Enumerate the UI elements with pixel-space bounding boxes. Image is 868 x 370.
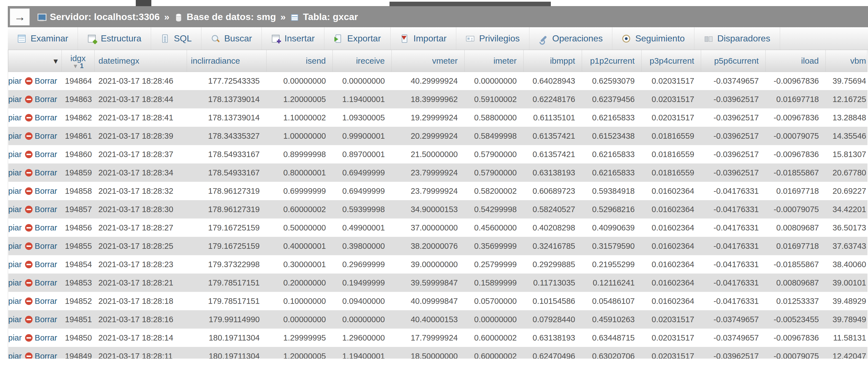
phpmyadmin-page: → Servidor: localhost:3306»Base de datos… xyxy=(0,0,868,370)
column-header-vbm[interactable]: vbm xyxy=(826,50,867,72)
breadcrumb-item[interactable]: Base de datos: smg xyxy=(187,11,276,22)
copy-link-clipped[interactable]: piar xyxy=(8,333,22,342)
delete-icon[interactable] xyxy=(25,261,33,268)
tab-label: SQL xyxy=(174,33,192,44)
copy-link-clipped[interactable]: piar xyxy=(8,297,22,305)
tab-seguimiento[interactable]: Seguimiento xyxy=(612,27,694,50)
copy-link-clipped[interactable]: piar xyxy=(8,168,22,177)
column-header-datetimegx[interactable]: datetimegx xyxy=(95,50,187,72)
cell-vmeter: 18.39999962 xyxy=(392,90,465,108)
column-header-idgx[interactable]: idgx ▼ 1 xyxy=(62,50,95,72)
delete-link[interactable]: Borrar xyxy=(35,223,57,232)
cell-ibmppt: 0.32416785 xyxy=(524,237,582,255)
tab-importar[interactable]: Importar xyxy=(391,27,456,50)
delete-link[interactable]: Borrar xyxy=(35,150,57,159)
column-header-vmeter[interactable]: vmeter xyxy=(392,50,465,72)
column-header-p5p6current[interactable]: p5p6current xyxy=(701,50,766,72)
column-header-iload[interactable]: iload xyxy=(766,50,826,72)
cell-p5p6current: -0.04176331 xyxy=(701,255,766,273)
delete-icon[interactable] xyxy=(25,188,33,195)
copy-link-clipped[interactable]: piar xyxy=(8,132,22,140)
cell-vbm: 11.58131 xyxy=(826,329,867,347)
delete-icon[interactable] xyxy=(25,132,33,140)
tab-sql[interactable]: SQL xyxy=(151,27,202,50)
copy-link-clipped[interactable]: piar xyxy=(8,113,22,122)
cell-p5p6current: -0.03962517 xyxy=(701,127,766,145)
delete-link[interactable]: Borrar xyxy=(35,168,57,177)
tab-buscar[interactable]: Buscar xyxy=(202,27,262,50)
tab-bar: ExaminarEstructuraSQLBuscarInsertarExpor… xyxy=(8,27,868,50)
copy-link-clipped[interactable]: piar xyxy=(8,76,22,85)
copy-link-clipped[interactable]: piar xyxy=(8,352,22,359)
tab-privilegios[interactable]: Privilegios xyxy=(456,27,529,50)
delete-icon[interactable] xyxy=(25,297,33,305)
column-header-inclirradiance[interactable]: inclirradiance xyxy=(187,50,267,72)
delete-icon[interactable] xyxy=(25,77,33,85)
copy-link-clipped[interactable]: piar xyxy=(8,315,22,324)
copy-link-clipped[interactable]: piar xyxy=(8,205,22,214)
cell-ibmppt: 0.11713035 xyxy=(524,273,582,292)
delete-link[interactable]: Borrar xyxy=(35,113,57,122)
delete-icon[interactable] xyxy=(25,96,33,103)
delete-link[interactable]: Borrar xyxy=(35,315,57,324)
cell-isend: 0.50000000 xyxy=(267,218,333,237)
tab-operaciones[interactable]: Operaciones xyxy=(529,27,612,50)
cell-idgx: 194850 xyxy=(62,329,95,347)
tab-estructura[interactable]: Estructura xyxy=(78,27,151,50)
delete-link[interactable]: Borrar xyxy=(35,352,57,359)
tab-disparadores[interactable]: Disparadores xyxy=(694,27,780,50)
cell-isend: 1.20000005 xyxy=(267,347,333,359)
column-header-ibmppt[interactable]: ibmppt xyxy=(524,50,582,72)
row-actions: piarBorrar xyxy=(8,347,62,359)
delete-icon[interactable] xyxy=(25,352,33,359)
column-header-p3p4current[interactable]: p3p4current xyxy=(642,50,701,72)
delete-icon[interactable] xyxy=(25,242,33,250)
copy-link-clipped[interactable]: piar xyxy=(8,260,22,269)
breadcrumb-item[interactable]: Tabla: gxcar xyxy=(303,11,358,22)
copy-link-clipped[interactable]: piar xyxy=(8,150,22,159)
column-options-header[interactable]: ▼ xyxy=(8,50,62,72)
cell-p3p4current: 0.02031517 xyxy=(642,72,701,90)
delete-icon[interactable] xyxy=(25,151,33,158)
delete-link[interactable]: Borrar xyxy=(35,297,57,305)
delete-icon[interactable] xyxy=(25,224,33,232)
delete-link[interactable]: Borrar xyxy=(35,95,57,104)
delete-link[interactable]: Borrar xyxy=(35,260,57,269)
tab-insertar[interactable]: Insertar xyxy=(262,27,324,50)
column-header-imeter[interactable]: imeter xyxy=(465,50,524,72)
delete-link[interactable]: Borrar xyxy=(35,278,57,287)
back-arrow-button[interactable]: → xyxy=(10,8,30,26)
cell-p5p6current: -0.04176331 xyxy=(701,237,766,255)
column-header-ireceive[interactable]: ireceive xyxy=(333,50,392,72)
cell-iload: 0.01697718 xyxy=(766,237,826,255)
copy-link-clipped[interactable]: piar xyxy=(8,278,22,287)
delete-icon[interactable] xyxy=(25,206,33,213)
cell-inclirradiance: 179.16725159 xyxy=(187,237,267,255)
delete-icon[interactable] xyxy=(25,169,33,176)
delete-icon[interactable] xyxy=(25,114,33,122)
delete-link[interactable]: Borrar xyxy=(35,205,57,214)
copy-link-clipped[interactable]: piar xyxy=(8,95,22,104)
cell-p5p6current: -0.03749657 xyxy=(701,310,766,329)
copy-link-clipped[interactable]: piar xyxy=(8,187,22,195)
copy-link-clipped[interactable]: piar xyxy=(8,242,22,250)
delete-icon[interactable] xyxy=(25,279,33,287)
cell-inclirradiance: 180.19711304 xyxy=(187,329,267,347)
column-header-p1p2current[interactable]: p1p2current xyxy=(582,50,642,72)
tab-examinar[interactable]: Examinar xyxy=(8,27,78,50)
delete-link[interactable]: Borrar xyxy=(35,333,57,342)
options-dropdown-icon[interactable]: ▼ xyxy=(52,57,59,65)
tab-exportar[interactable]: Exportar xyxy=(324,27,391,50)
delete-link[interactable]: Borrar xyxy=(35,132,57,140)
delete-icon[interactable] xyxy=(25,316,33,323)
delete-link[interactable]: Borrar xyxy=(35,76,57,85)
column-header-isend[interactable]: isend xyxy=(267,50,333,72)
delete-icon[interactable] xyxy=(25,334,33,342)
delete-link[interactable]: Borrar xyxy=(35,187,57,195)
breadcrumb-item[interactable]: Servidor: localhost:3306 xyxy=(50,11,160,22)
cell-vmeter: 37.00000000 xyxy=(392,218,465,237)
cell-p3p4current: 0.01816559 xyxy=(642,164,701,182)
delete-link[interactable]: Borrar xyxy=(35,242,57,250)
cell-vbm: 12.42047 xyxy=(826,347,867,359)
copy-link-clipped[interactable]: piar xyxy=(8,223,22,232)
